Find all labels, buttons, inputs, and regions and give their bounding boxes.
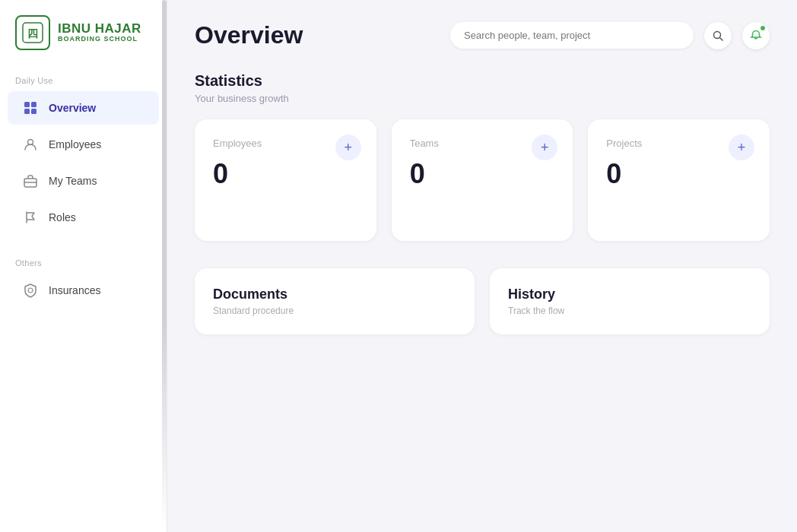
logo-subtitle: BOARDING SCHOOL <box>58 36 141 43</box>
search-button[interactable] <box>704 22 732 49</box>
sidebar-item-roles[interactable]: Roles <box>8 201 159 234</box>
page-title: Overview <box>195 21 303 49</box>
history-subtitle: Track the flow <box>508 306 751 316</box>
history-card: History Track the flow <box>490 268 770 334</box>
notification-dot <box>760 25 766 31</box>
svg-rect-4 <box>24 109 30 114</box>
sidebar-item-my-teams[interactable]: My Teams <box>8 164 159 198</box>
add-employee-button[interactable]: + <box>335 135 361 160</box>
logo-name: IBNU HAJAR <box>58 22 141 36</box>
svg-rect-3 <box>31 102 37 107</box>
daily-use-label: Daily Use <box>0 68 167 90</box>
roles-label: Roles <box>49 211 76 223</box>
sidebar: 四 IBNU HAJAR BOARDING SCHOOL Daily Use O… <box>0 0 167 532</box>
others-label: Others <box>0 251 167 272</box>
grid-icon <box>23 100 38 116</box>
briefcase-icon <box>23 173 38 188</box>
page-header: Overview <box>195 21 770 49</box>
insurances-label: Insurances <box>49 284 100 296</box>
search-bar <box>450 22 694 49</box>
documents-subtitle: Standard procedure <box>213 306 456 316</box>
flag-icon <box>23 210 38 225</box>
stats-grid: Employees + 0 Teams + 0 Projects + 0 <box>195 119 770 241</box>
sidebar-item-insurances[interactable]: Insurances <box>8 274 159 307</box>
overview-label: Overview <box>49 102 96 114</box>
statistics-title: Statistics <box>195 72 770 90</box>
logo-icon: 四 <box>15 15 50 50</box>
documents-card: Documents Standard procedure <box>195 268 475 334</box>
projects-stat-card: Projects + 0 <box>588 119 770 241</box>
sidebar-scrollbar <box>162 0 167 532</box>
person-icon <box>23 137 38 152</box>
sidebar-item-employees[interactable]: Employees <box>8 128 159 161</box>
employees-stat-card: Employees + 0 <box>195 119 376 241</box>
add-project-button[interactable]: + <box>729 135 754 160</box>
shield-icon <box>23 283 38 298</box>
bottom-sections: Documents Standard procedure History Tra… <box>195 268 770 334</box>
sidebar-logo: 四 IBNU HAJAR BOARDING SCHOOL <box>0 0 167 68</box>
employees-card-value: 0 <box>213 158 358 190</box>
sidebar-item-overview[interactable]: Overview <box>8 91 159 125</box>
notification-button[interactable] <box>742 22 770 49</box>
statistics-subtitle: Your business growth <box>195 93 770 104</box>
history-title: History <box>508 287 751 302</box>
search-input[interactable] <box>464 30 680 41</box>
logo-text: IBNU HAJAR BOARDING SCHOOL <box>58 22 141 44</box>
my-teams-label: My Teams <box>49 175 97 187</box>
teams-card-value: 0 <box>410 158 555 190</box>
documents-title: Documents <box>213 287 456 302</box>
svg-rect-5 <box>31 109 37 114</box>
svg-text:四: 四 <box>27 27 38 40</box>
statistics-section: Statistics Your business growth Employee… <box>195 72 770 241</box>
main-content: Overview Statistics Your busines <box>167 0 797 532</box>
employees-label: Employees <box>49 138 101 150</box>
header-actions <box>450 22 770 49</box>
add-team-button[interactable]: + <box>532 135 557 160</box>
svg-line-12 <box>720 37 723 40</box>
teams-stat-card: Teams + 0 <box>392 119 573 241</box>
svg-point-10 <box>28 288 33 293</box>
projects-card-value: 0 <box>606 158 751 190</box>
svg-rect-2 <box>24 102 30 107</box>
